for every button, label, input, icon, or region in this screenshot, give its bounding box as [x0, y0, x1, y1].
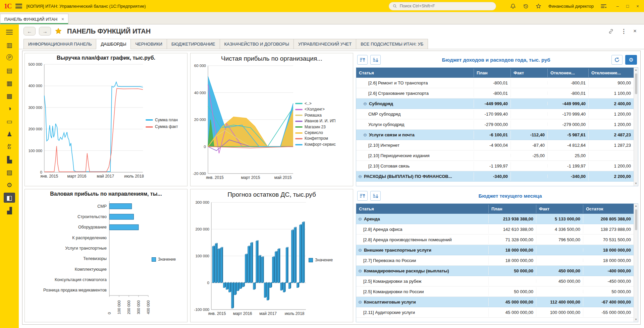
- table-row[interactable]: [2.10] Интернет-4 900,04-87,40-4 812,641…: [356, 140, 634, 150]
- table-row[interactable]: [2.5] Командировки за рубеж450 000,00-45…: [356, 276, 634, 286]
- table-row[interactable]: [2.6] Ремонт и ТО транспорта-800,01-800,…: [356, 78, 634, 88]
- close-tab-icon[interactable]: ×: [61, 16, 64, 22]
- get-link-icon[interactable]: [608, 28, 614, 35]
- revenue-plan-fact-chart[interactable]: 0100 000200 000300 000400 000500 000янв.…: [25, 61, 146, 186]
- table-row[interactable]: ⊖Командировочные расходы (выплаты)50 000…: [356, 266, 634, 276]
- scroll-up-icon[interactable]: ▲: [635, 204, 637, 208]
- table-row[interactable]: [2.7] Перевозка по России18 000 000,0018…: [356, 255, 634, 266]
- back-button[interactable]: ←: [23, 27, 36, 36]
- vertical-scrollbar[interactable]: ▲ ▼: [634, 68, 638, 186]
- settings-gear-icon[interactable]: ⚙: [4, 180, 15, 190]
- table-row[interactable]: ⊖РАСХОДЫ (ВЫПЛАТЫ) ПО ФИНАНСОВ...-340,00…: [356, 171, 634, 182]
- settings-button[interactable]: ⚙: [625, 55, 637, 65]
- column-header[interactable]: Статья: [356, 69, 474, 77]
- table-row[interactable]: [2.5] Командировки по России50 000,0050 …: [356, 286, 634, 297]
- table-row[interactable]: СМР субподряд-170 999,40-170 999,401 200…: [356, 109, 634, 119]
- catalog-icon[interactable]: ▩: [4, 91, 15, 101]
- services-icon[interactable]: ▤: [4, 65, 15, 75]
- table-row[interactable]: Услуги субподряд-279 000,00-279 000,001 …: [356, 119, 634, 130]
- collapse-icon[interactable]: ⊖: [358, 248, 362, 253]
- tab-budgeting[interactable]: БЮДЖЕТИРОВАНИЕ: [167, 39, 220, 49]
- chart-legend: <..><Холдинг>РомашкаИванов И. И. ИПМагаз…: [295, 62, 348, 186]
- tab-treasury-contracts[interactable]: КАЗНАЧЕЙСТВО И ДОГОВОРЫ: [220, 39, 293, 49]
- table-row[interactable]: [2.10] Сотовая связь-1 199,97-1 199,971 …: [356, 161, 634, 171]
- column-header[interactable]: Остаток: [583, 205, 634, 213]
- window-tab-function-panel[interactable]: ПАНЕЛЬ ФУНКЦИЙ ИТАН ×: [0, 14, 68, 24]
- desktop-icon[interactable]: ▥: [4, 40, 15, 50]
- logistics-truck-icon[interactable]: ▭: [4, 116, 15, 126]
- histogram-icon[interactable]: ▟: [4, 205, 15, 215]
- more-options-icon[interactable]: ⋮: [621, 28, 627, 35]
- table-row[interactable]: ⊖Услуги связи и почта-6 100,01-112,40-5 …: [356, 130, 634, 140]
- gross-profit-by-direction-chart[interactable]: СМРСтроительствоОборудованиеК распределе…: [25, 197, 152, 322]
- table-row[interactable]: ⊖Субподряд-449 999,40-449 999,402 400,00: [356, 99, 634, 109]
- close-form-icon[interactable]: ×: [633, 28, 637, 35]
- column-header[interactable]: Статья: [356, 205, 489, 213]
- main-menu-icon[interactable]: [4, 27, 15, 37]
- tab-all-subsystems[interactable]: ВСЕ ПОДСИСТЕМЫ ИТАН: УБ: [356, 39, 428, 49]
- vertical-scrollbar[interactable]: ▲ ▼: [634, 204, 638, 322]
- scroll-down-icon[interactable]: ▼: [635, 182, 637, 185]
- sort-asc-button[interactable]: [357, 191, 368, 201]
- table-row[interactable]: ⊖Внешние транспортные услуги18 000 000,0…: [356, 245, 634, 255]
- scrollbar-thumb[interactable]: [635, 209, 637, 230]
- collapse-icon[interactable]: ⊖: [363, 101, 367, 106]
- value-cell: -279 000,00: [474, 120, 511, 129]
- collapse-icon[interactable]: ⊖: [358, 300, 362, 305]
- table-row[interactable]: [2.11] Аудиторские услуги45 000 000,0010…: [356, 307, 634, 318]
- table-row[interactable]: [2.8] Аренда производственных помещений7…: [356, 235, 634, 245]
- sort-asc-button[interactable]: [357, 55, 368, 65]
- planning-icon[interactable]: Ⓟ: [4, 53, 15, 63]
- cash-forecast-chart[interactable]: -100 0000100 000200 000300 000янв. 2015м…: [191, 198, 309, 322]
- tab-info-panel[interactable]: ИНФОРМАЦИОННАЯ ПАНЕЛЬ: [23, 39, 96, 49]
- column-header[interactable]: План: [489, 205, 536, 213]
- scroll-up-icon[interactable]: ▲: [635, 68, 637, 72]
- user-menu-icon[interactable]: [599, 2, 608, 10]
- maximize-button[interactable]: □: [625, 4, 630, 9]
- scrollbar-thumb[interactable]: [635, 73, 637, 94]
- analytics-pie-icon[interactable]: ◑: [4, 104, 15, 114]
- forward-button[interactable]: →: [39, 27, 51, 36]
- column-header[interactable]: Отклонение...: [589, 69, 634, 77]
- pinned-star-icon[interactable]: [54, 27, 62, 35]
- column-header[interactable]: План: [474, 69, 511, 77]
- column-header[interactable]: Факт: [536, 205, 583, 213]
- sort-desc-button[interactable]: [370, 55, 381, 65]
- contacts-person-icon[interactable]: ♟: [4, 129, 15, 139]
- sort-desc-button[interactable]: [370, 191, 381, 201]
- collapse-icon[interactable]: ⊖: [358, 268, 362, 273]
- table-row[interactable]: [2.8] Аренда офиса142 610 388,004 336 50…: [356, 224, 634, 235]
- function-panel-icon[interactable]: ◧: [4, 193, 15, 203]
- table-row[interactable]: [2.10] Периодические издания-25,0025,00: [356, 150, 634, 161]
- current-user[interactable]: Финансовый директор: [548, 4, 594, 9]
- tab-dashboards[interactable]: ДАШБОРДЫ: [96, 39, 130, 49]
- documents-icon[interactable]: ▧: [4, 167, 15, 177]
- refresh-button[interactable]: [611, 55, 623, 65]
- history-icon[interactable]: [522, 2, 530, 10]
- tab-drafts[interactable]: ЧЕРНОВИКИ: [130, 39, 166, 49]
- value-cell: [511, 81, 548, 84]
- svg-text:К распределению: К распределению: [72, 236, 107, 240]
- search-input[interactable]: [400, 4, 492, 8]
- table-row[interactable]: ⊖Аренда213 938 388,005 133 000,00208 805…: [356, 214, 634, 224]
- column-header[interactable]: Факт: [511, 69, 548, 77]
- collapse-icon[interactable]: ⊖: [358, 174, 362, 179]
- dtkt-icon[interactable]: Дт Кт: [4, 142, 15, 152]
- favorites-star-icon[interactable]: [534, 2, 543, 10]
- table-row[interactable]: [2.6] Страхование транспорта-800,01-800,…: [356, 88, 634, 99]
- purchases-icon[interactable]: ▦: [4, 78, 15, 88]
- net-profit-by-org-chart[interactable]: -20 000020 00040 00060 000янв. 2015март …: [191, 62, 295, 186]
- global-search[interactable]: [389, 2, 496, 10]
- notifications-bell-icon[interactable]: [509, 2, 518, 10]
- collapse-icon[interactable]: ⊖: [358, 216, 362, 221]
- column-header[interactable]: Отклонен...: [548, 69, 589, 77]
- tab-management-accounting[interactable]: УПРАВЛЕНЧЕСКИЙ УЧЕТ: [293, 39, 356, 49]
- collapse-icon[interactable]: ⊖: [363, 132, 367, 137]
- minimize-button[interactable]: –: [615, 4, 620, 9]
- table-row[interactable]: ⊖Консалтинговые услуги45 000 000,00112 4…: [356, 297, 634, 307]
- scroll-down-icon[interactable]: ▼: [635, 318, 637, 321]
- reports-bar-chart-icon[interactable]: ▙: [4, 154, 15, 165]
- main-menu-icon[interactable]: [15, 4, 22, 8]
- legend-label: Сумма план: [155, 118, 178, 122]
- close-window-button[interactable]: ×: [635, 4, 640, 9]
